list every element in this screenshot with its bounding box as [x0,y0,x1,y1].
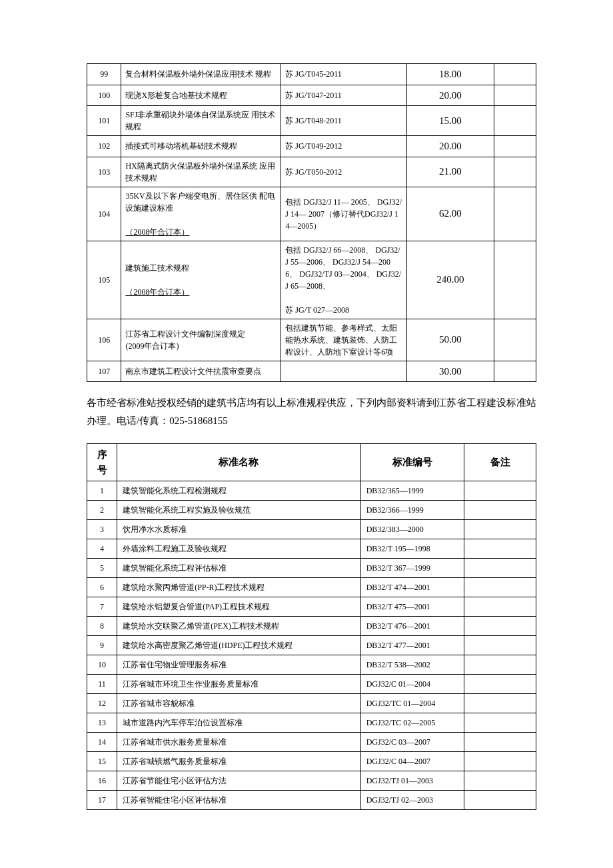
cell-code: DB32/T 474—2001 [360,578,464,597]
cell-name: HX隔离式防火保温板外墙外保温系统 应用技术规程 [121,157,281,187]
cell-price: 50.00 [406,319,494,361]
cell-code: 包括建筑节能、参考样式、太阳能热水系统、建筑装饰、人防工程设计、人防地下室设计等… [281,319,406,361]
table-row: 6建筑给水聚丙烯管道(PP-R)工程技术规程DB32/T 474—2001 [87,578,536,597]
table-row: 1建筑智能化系统工程检测规程DB32/365—1999 [87,481,536,501]
cell-name: 建筑施工技术规程（2008年合订本） [121,241,281,319]
cell-seq: 8 [87,617,117,636]
table-row: 7建筑给水铝塑复合管道(PAP)工程技术规程DB32/T 475—2001 [87,597,536,617]
cell-code: DB32/T 475—2001 [360,597,464,617]
cell-code: DGJ32/TC 01—2004 [360,694,464,713]
table-row: 107南京市建筑工程设计文件抗震审查要点30.00 [87,361,536,382]
cell-name: SFJ非承重砌块外墙体自保温系统应 用技术规程 [121,106,281,136]
cell-note [464,520,536,539]
table-header-row: 序号 标准名称 标准编号 备注 [87,444,536,481]
cell-code: DB32/T 477—2001 [360,636,464,655]
cell-code: 苏 JG/T047-2011 [281,85,406,106]
col-note: 备注 [464,444,536,481]
table-row: 10435KV及以下客户端变电所、居住区供 配电设施建设标准（2008年合订本）… [87,187,536,241]
cell-name: 插接式可移动塔机基础技术规程 [121,136,281,157]
table-row: 106江苏省工程设计文件编制深度规定(2009年合订本)包括建筑节能、参考样式、… [87,319,536,361]
cell-name: 南京市建筑工程设计文件抗震审查要点 [121,361,281,382]
cell-seq: 9 [87,636,117,655]
table-row: 4外墙涂料工程施工及验收规程DB32/T 195—1998 [87,539,536,559]
cell-note [464,539,536,559]
cell-seq: 5 [87,559,117,578]
cell-price: 30.00 [406,361,494,382]
cell-note [494,64,536,85]
cell-seq: 2 [87,501,117,520]
cell-name: 江苏省节能住宅小区评估方法 [117,771,360,791]
cell-seq: 107 [87,361,121,382]
cell-code: DB32/T 476—2001 [360,617,464,636]
cell-note [464,791,536,810]
cell-price: 18.00 [406,64,494,85]
cell-note [494,106,536,136]
cell-seq: 4 [87,539,117,559]
cell-note [464,597,536,617]
cell-code: DB32/T 538—2002 [360,655,464,675]
cell-name: 建筑给水交联聚乙烯管道(PEX)工程技术规程 [117,617,360,636]
cell-code: 苏 JG/T049-2012 [281,136,406,157]
table-row: 8建筑给水交联聚乙烯管道(PEX)工程技术规程DB32/T 476—2001 [87,617,536,636]
cell-note [494,361,536,382]
table-row: 100现浇X形桩复合地基技术规程苏 JG/T047-201120.00 [87,85,536,106]
col-seq: 序号 [87,444,117,481]
cell-seq: 101 [87,106,121,136]
table-row: 16江苏省节能住宅小区评估方法DGJ32/TJ 01—2003 [87,771,536,791]
cell-name: 外墙涂料工程施工及验收规程 [117,539,360,559]
cell-seq: 10 [87,655,117,675]
cell-price: 240.00 [406,241,494,319]
cell-seq: 1 [87,481,117,501]
cell-seq: 100 [87,85,121,106]
cell-code: DB32/T 367—1999 [360,559,464,578]
cell-code: DB32/383—2000 [360,520,464,539]
cell-price: 62.00 [406,187,494,241]
cell-seq: 15 [87,752,117,771]
cell-name: 建筑智能化系统工程检测规程 [117,481,360,501]
cell-name: 江苏省城市环境卫生作业服务质量标准 [117,675,360,694]
cell-note [464,481,536,501]
cell-note [494,241,536,319]
cell-name: 建筑智能化系统工程实施及验收规范 [117,501,360,520]
cell-price: 20.00 [406,136,494,157]
cell-note [494,319,536,361]
cell-note [494,136,536,157]
cell-code: 苏 JG/T045-2011 [281,64,406,85]
cell-code: 苏 JG/T050-2012 [281,157,406,187]
table-row: 11江苏省城市环境卫生作业服务质量标准DGJ32/C 01—2004 [87,675,536,694]
standards-table-1: 99复合材料保温板外墙外保温应用技术 规程苏 JG/T045-201118.00… [87,63,536,382]
table-row: 105建筑施工技术规程（2008年合订本）包括 DGJ32/J 66—2008、… [87,241,536,319]
cell-seq: 16 [87,771,117,791]
cell-note [464,617,536,636]
cell-name: 建筑智能化系统工程评估标准 [117,559,360,578]
cell-note [464,655,536,675]
cell-name: 江苏省城市供水服务质量标准 [117,733,360,752]
cell-name: 饮用净水水质标准 [117,520,360,539]
cell-seq: 105 [87,241,121,319]
cell-name: 江苏省城市容貌标准 [117,694,360,713]
cell-code: 包括 DGJ32/J 11— 2005、 DGJ32/J 14— 2007（修订… [281,187,406,241]
table-row: 13城市道路内汽车停车泊位设置标准DGJ32/TC 02—2005 [87,713,536,733]
cell-name: 现浇X形桩复合地基技术规程 [121,85,281,106]
cell-code: DGJ32/TC 02—2005 [360,713,464,733]
cell-note [494,157,536,187]
table-row: 14江苏省城市供水服务质量标准DGJ32/C 03—2007 [87,733,536,752]
table-row: 101SFJ非承重砌块外墙体自保温系统应 用技术规程苏 JG/T048-2011… [87,106,536,136]
cell-seq: 103 [87,157,121,187]
cell-note [464,713,536,733]
table-row: 3饮用净水水质标准DB32/383—2000 [87,520,536,539]
cell-code: DGJ32/C 01—2004 [360,675,464,694]
body-text: 各市经省标准站授权经销的建筑书店均有以上标准规程供应，下列内部资料请到江苏省工程… [87,394,536,430]
cell-name: 复合材料保温板外墙外保温应用技术 规程 [121,64,281,85]
cell-note [494,187,536,241]
cell-name: 江苏省城镇燃气服务质量标准 [117,752,360,771]
cell-code: DB32/T 195—1998 [360,539,464,559]
table-row: 5建筑智能化系统工程评估标准DB32/T 367—1999 [87,559,536,578]
cell-price: 20.00 [406,85,494,106]
cell-note [464,694,536,713]
cell-code: DGJ32/TJ 02—2003 [360,791,464,810]
cell-seq: 14 [87,733,117,752]
cell-seq: 3 [87,520,117,539]
cell-seq: 106 [87,319,121,361]
cell-name: 江苏省住宅物业管理服务标准 [117,655,360,675]
